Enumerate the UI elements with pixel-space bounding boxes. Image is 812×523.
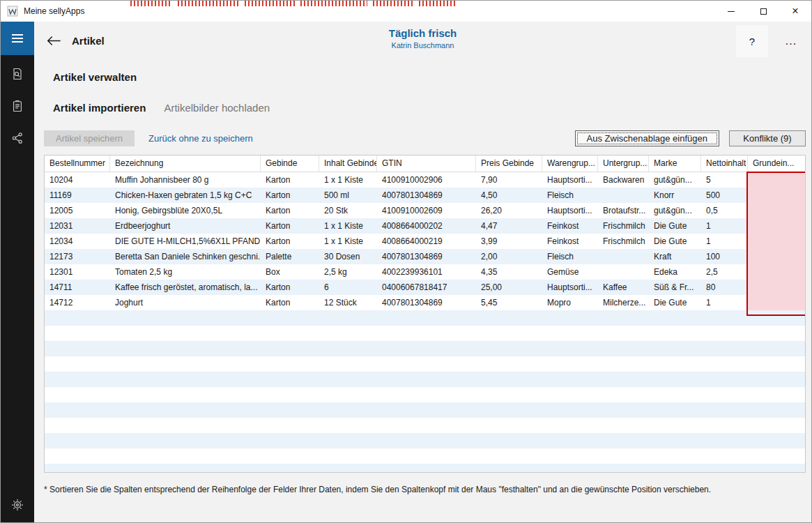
table-cell[interactable]: 4007801304869: [377, 295, 476, 310]
table-cell[interactable]: [598, 188, 649, 203]
sidebar-item-settings[interactable]: [1, 489, 34, 521]
conflict-cell[interactable]: [748, 295, 806, 310]
table-cell[interactable]: 12005: [45, 203, 110, 218]
table-cell[interactable]: [598, 264, 649, 280]
table-cell[interactable]: Knorr: [649, 188, 701, 203]
save-articles-button[interactable]: Artikel speichern: [44, 130, 135, 146]
table-cell[interactable]: Die Gute: [649, 295, 701, 310]
table-cell[interactable]: 10204: [45, 172, 110, 188]
table-cell[interactable]: DIE GUTE H-MILCH1,5%6X1L PFAND: [110, 234, 261, 249]
column-header[interactable]: Preis Gebinde: [476, 156, 542, 172]
column-header[interactable]: Gebinde: [261, 156, 319, 172]
table-cell[interactable]: 1 x 1 Kiste: [319, 172, 377, 188]
table-row[interactable]: 14712JoghurtKarton12 Stück40078013048695…: [45, 295, 805, 310]
table-cell[interactable]: 12034: [45, 234, 110, 249]
table-cell[interactable]: 4002239936101: [377, 264, 476, 280]
table-cell[interactable]: 5,45: [476, 295, 542, 310]
conflict-cell[interactable]: [748, 218, 806, 234]
table-cell[interactable]: Kraft: [649, 249, 701, 264]
table-row[interactable]: 11169Chicken-Haxen gebraten 1,5 kg C+CKa…: [45, 188, 805, 203]
table-cell[interactable]: 4,50: [476, 188, 542, 203]
table-cell[interactable]: 4,47: [476, 218, 542, 234]
hamburger-menu-button[interactable]: [1, 22, 34, 55]
sidebar-item-share[interactable]: [1, 122, 34, 154]
column-header[interactable]: Inhalt Gebinde: [319, 156, 377, 172]
table-cell[interactable]: Beretta San Daniele Schinken geschni...: [110, 249, 261, 264]
table-cell[interactable]: Die Gute: [649, 218, 701, 234]
table-cell[interactable]: 2,5 kg: [319, 264, 377, 280]
table-cell[interactable]: gut&gün...: [649, 203, 701, 218]
table-cell[interactable]: 12031: [45, 218, 110, 234]
column-header[interactable]: GTIN: [377, 156, 476, 172]
table-row[interactable]: 12005Honig, Gebirgsblüte 20X0,5LKarton20…: [45, 203, 805, 218]
column-header[interactable]: Untergrup...: [598, 156, 649, 172]
table-cell[interactable]: Joghurt: [110, 295, 261, 310]
conflict-cell[interactable]: [748, 203, 806, 218]
table-cell[interactable]: Kaffee frisch geröstet, aromatisch, la..…: [110, 280, 261, 295]
table-cell[interactable]: 4100910002906: [377, 172, 476, 188]
table-row[interactable]: 12034DIE GUTE H-MILCH1,5%6X1L PFANDKarto…: [45, 234, 805, 249]
sidebar-item-search-articles[interactable]: [1, 58, 34, 90]
tab-artikel-importieren[interactable]: Artikel importieren: [53, 102, 146, 114]
column-header[interactable]: Grundein...: [748, 156, 806, 172]
table-cell[interactable]: 1 x 1 Kiste: [319, 234, 377, 249]
column-header[interactable]: Warengrup...: [542, 156, 598, 172]
table-cell[interactable]: 20 Stk: [319, 203, 377, 218]
table-cell[interactable]: 11169: [45, 188, 110, 203]
table-cell[interactable]: Karton: [261, 218, 319, 234]
paste-from-clipboard-button[interactable]: Aus Zwischenablage einfügen: [575, 130, 719, 146]
conflict-cell[interactable]: [748, 264, 806, 280]
window-minimize-button[interactable]: [715, 1, 747, 22]
table-cell[interactable]: 0,5: [701, 203, 748, 218]
conflict-cell[interactable]: [748, 234, 806, 249]
table-cell[interactable]: [598, 249, 649, 264]
table-cell[interactable]: Frischmilch: [598, 234, 649, 249]
table-cell[interactable]: Frischmilch: [598, 218, 649, 234]
table-cell[interactable]: 14712: [45, 295, 110, 310]
table-cell[interactable]: Muffin Johannisbeer 80 g: [110, 172, 261, 188]
table-cell[interactable]: 7,90: [476, 172, 542, 188]
table-cell[interactable]: Tomaten 2,5 kg: [110, 264, 261, 280]
table-cell[interactable]: 30 Dosen: [319, 249, 377, 264]
table-cell[interactable]: Honig, Gebirgsblüte 20X0,5L: [110, 203, 261, 218]
conflict-cell[interactable]: [748, 188, 806, 203]
table-cell[interactable]: Box: [261, 264, 319, 280]
table-cell[interactable]: 500 ml: [319, 188, 377, 203]
table-cell[interactable]: 25,00: [476, 280, 542, 295]
table-cell[interactable]: Backwaren: [598, 172, 649, 188]
table-cell[interactable]: 3,99: [476, 234, 542, 249]
table-cell[interactable]: Milcherze...: [598, 295, 649, 310]
table-cell[interactable]: Hauptsorti...: [542, 172, 598, 188]
window-maximize-button[interactable]: [747, 1, 779, 22]
column-header[interactable]: Bezeichnung: [110, 156, 261, 172]
table-cell[interactable]: 4008664000202: [377, 218, 476, 234]
column-header[interactable]: Bestellnummer: [45, 156, 110, 172]
table-cell[interactable]: Karton: [261, 280, 319, 295]
table-cell[interactable]: gut&gün...: [649, 172, 701, 188]
table-cell[interactable]: 12173: [45, 249, 110, 264]
table-cell[interactable]: Feinkost: [542, 234, 598, 249]
table-cell[interactable]: Süß & Fr...: [649, 280, 701, 295]
table-cell[interactable]: Feinkost: [542, 218, 598, 234]
conflicts-button[interactable]: Konflikte (9): [729, 130, 806, 146]
conflict-cell[interactable]: [748, 280, 806, 295]
table-cell[interactable]: 4,35: [476, 264, 542, 280]
column-header[interactable]: Nettoinhalt: [701, 156, 748, 172]
table-cell[interactable]: 12 Stück: [319, 295, 377, 310]
table-cell[interactable]: Karton: [261, 295, 319, 310]
table-cell[interactable]: 6: [319, 280, 377, 295]
back-button[interactable]: [40, 27, 68, 55]
table-cell[interactable]: 04006067818417: [377, 280, 476, 295]
table-cell[interactable]: 1: [701, 218, 748, 234]
tab-artikelbilder-hochladen[interactable]: Artikelbilder hochladen: [164, 102, 270, 114]
table-row[interactable]: 12301Tomaten 2,5 kgBox2,5 kg400223993610…: [45, 264, 805, 280]
table-cell[interactable]: 2,5: [701, 264, 748, 280]
conflict-cell[interactable]: [748, 172, 806, 188]
table-cell[interactable]: Brotaufstr...: [598, 203, 649, 218]
help-button[interactable]: ?: [736, 25, 768, 57]
table-cell[interactable]: Die Gute: [649, 234, 701, 249]
table-cell[interactable]: Chicken-Haxen gebraten 1,5 kg C+C: [110, 188, 261, 203]
table-cell[interactable]: Hauptsorti...: [542, 280, 598, 295]
sidebar-item-article-list[interactable]: [1, 90, 34, 122]
table-cell[interactable]: Hauptsorti...: [542, 203, 598, 218]
